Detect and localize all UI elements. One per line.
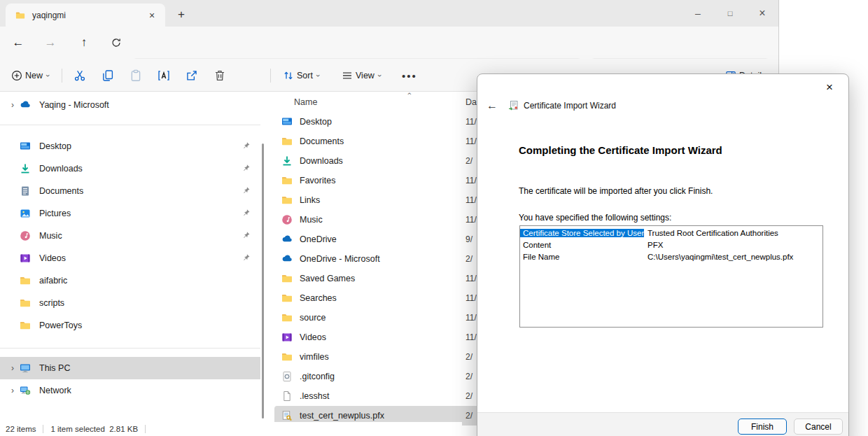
settings-key: Certificate Store Selected by User	[520, 229, 644, 237]
file-name: OneDrive	[300, 234, 337, 244]
column-header-date[interactable]: Da	[465, 97, 477, 107]
sidebar-item-label: Downloads	[39, 164, 83, 174]
folder-icon	[281, 195, 293, 206]
file-name: Desktop	[300, 117, 332, 127]
sort-icon	[283, 70, 294, 81]
share-icon	[186, 69, 198, 82]
dialog-footer: Finish Cancel	[477, 412, 848, 436]
more-options-button[interactable]: •••	[396, 64, 423, 87]
sidebar-item-yaqing-microsoft[interactable]: ›Yaqing - Microsoft	[0, 94, 260, 116]
folder-icon	[281, 175, 293, 186]
sidebar-separator	[0, 348, 260, 349]
copy-button[interactable]	[94, 64, 122, 87]
file-date: 11/	[465, 293, 477, 303]
sidebar-item-label: Videos	[39, 253, 66, 263]
file-name: OneDrive - Microsoft	[300, 254, 380, 264]
dialog-close-icon[interactable]: ×	[819, 77, 840, 98]
settings-row[interactable]: File NameC:\Users\yaqingmi\test_cert_new…	[520, 251, 822, 262]
sort-button[interactable]: Sort ›	[277, 64, 326, 87]
cancel-button[interactable]: Cancel	[794, 419, 843, 435]
pin-icon	[242, 231, 251, 239]
chevron-down-icon: ›	[314, 74, 323, 77]
file-name: source	[300, 313, 326, 323]
new-button[interactable]: New ›	[6, 64, 55, 87]
certificate-import-wizard-dialog: × ← Certificate Import Wizard Completing…	[477, 73, 849, 436]
sidebar-item-aifabric[interactable]: aifabric	[0, 269, 260, 292]
view-button-label: View	[356, 71, 374, 80]
settings-value: PFX	[644, 241, 663, 249]
tab-close-icon[interactable]: ×	[144, 8, 160, 23]
rename-button[interactable]	[150, 64, 178, 87]
back-button[interactable]: ←	[4, 30, 32, 55]
view-button[interactable]: View ›	[336, 64, 387, 87]
file-date: 11/	[465, 274, 477, 283]
paste-button[interactable]	[122, 64, 150, 87]
settings-row[interactable]: Certificate Store Selected by UserTruste…	[520, 227, 822, 239]
status-bar: 22 items 1 item selected 2.81 KB	[0, 422, 462, 436]
maximize-icon[interactable]: □	[714, 0, 746, 27]
cut-button[interactable]	[66, 64, 94, 87]
chevron-down-icon: ›	[44, 74, 52, 77]
explorer-tab[interactable]: yaqingmi ×	[6, 3, 165, 27]
minimize-icon[interactable]: –	[682, 0, 714, 27]
ellipsis-icon: •••	[402, 70, 417, 82]
sidebar-item-label: scripts	[39, 298, 64, 308]
sidebar-item-pictures[interactable]: Pictures	[0, 202, 260, 225]
onedrive-icon	[281, 234, 293, 245]
dialog-back-button[interactable]: ←	[483, 97, 501, 115]
sidebar-item-label: aifabric	[39, 276, 67, 286]
file-name: Links	[300, 195, 320, 205]
status-divider	[43, 425, 43, 433]
sidebar-item-desktop[interactable]: Desktop	[0, 135, 260, 157]
chevron-right-icon[interactable]: ›	[6, 100, 20, 110]
sidebar-item-documents[interactable]: Documents	[0, 180, 260, 202]
refresh-button[interactable]	[102, 30, 130, 55]
screen: yaqingmi × + – □ × ← → ↑ ›This PC›Window…	[0, 0, 868, 436]
folder-icon	[281, 136, 293, 147]
titlebar: yaqingmi × + – □ ×	[0, 0, 778, 27]
gear-doc-icon	[281, 371, 293, 382]
file-name: Videos	[300, 332, 326, 342]
status-divider	[145, 425, 146, 433]
close-icon[interactable]: ×	[746, 0, 778, 27]
settings-row[interactable]: ContentPFX	[520, 239, 822, 251]
settings-value: C:\Users\yaqingmi\test_cert_newplus.pfx	[644, 253, 793, 261]
documents-icon	[20, 185, 31, 197]
refresh-icon	[111, 37, 122, 48]
sidebar-item-powertoys[interactable]: PowerToys	[0, 314, 260, 337]
up-button[interactable]: ↑	[70, 30, 98, 55]
sidebar-item-scripts[interactable]: scripts	[0, 292, 260, 314]
settings-table[interactable]: Certificate Store Selected by UserTruste…	[519, 225, 823, 328]
copy-icon	[102, 69, 114, 82]
sidebar-item-music[interactable]: Music	[0, 225, 260, 247]
selection-info: 1 item selected 2.81 KB	[50, 425, 138, 433]
sidebar-item-network[interactable]: ›Network	[0, 379, 260, 402]
settings-key: Content	[520, 241, 644, 249]
chevron-right-icon[interactable]: ›	[6, 363, 20, 373]
sidebar-separator	[0, 125, 260, 125]
share-button[interactable]	[178, 64, 206, 87]
toolbar-divider	[62, 69, 62, 83]
sidebar-item-this-pc[interactable]: ›This PC	[0, 357, 260, 379]
file-name: Searches	[300, 293, 337, 303]
sidebar-item-label: This PC	[39, 363, 70, 373]
downloads-icon	[281, 155, 293, 167]
sidebar-item-downloads[interactable]: Downloads	[0, 157, 260, 180]
folder-icon	[281, 293, 293, 304]
new-tab-button[interactable]: +	[172, 6, 190, 24]
music-icon	[281, 214, 293, 225]
column-header-name[interactable]: Name	[294, 97, 317, 107]
videos-icon	[20, 253, 31, 264]
finish-button[interactable]: Finish	[738, 419, 787, 435]
forward-button[interactable]: →	[36, 30, 64, 55]
sidebar-scrollbar[interactable]	[262, 143, 264, 419]
file-name: test_cert_newplus.pfx	[300, 411, 384, 421]
chevron-right-icon[interactable]: ›	[6, 386, 20, 395]
sidebar-item-videos[interactable]: Videos	[0, 247, 260, 269]
sort-button-label: Sort	[297, 71, 313, 80]
file-name: Downloads	[300, 156, 343, 166]
chevron-down-icon: ›	[376, 74, 384, 77]
file-date: 9/	[465, 234, 472, 244]
delete-button[interactable]	[206, 64, 234, 87]
file-name: vimfiles	[300, 352, 329, 362]
